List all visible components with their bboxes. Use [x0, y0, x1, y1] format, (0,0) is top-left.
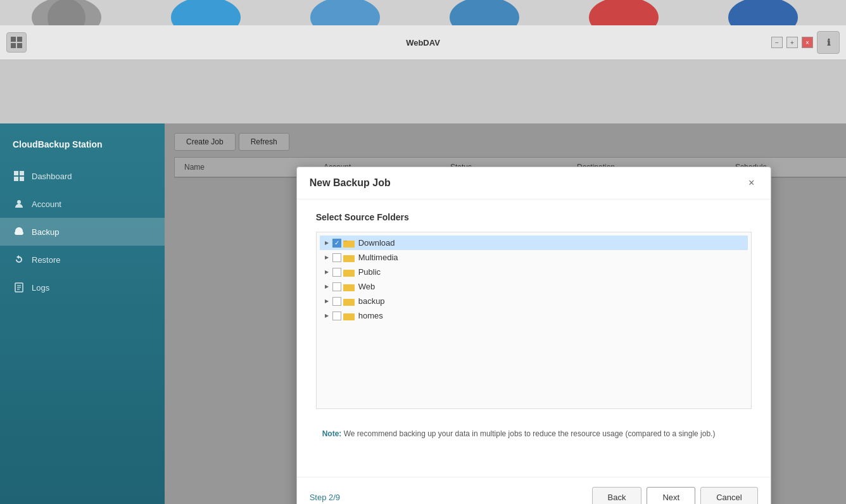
- cancel-button[interactable]: Cancel: [700, 487, 757, 504]
- sidebar-item-backup[interactable]: Backup: [0, 218, 165, 246]
- modal-overlay: New Backup Job × Select Source Folders ▶…: [165, 123, 846, 504]
- sidebar-brand: CloudBackup Station: [0, 130, 165, 162]
- tree-label-homes: homes: [358, 311, 383, 320]
- note-label: Note:: [322, 429, 342, 438]
- sidebar: CloudBackup Station Dashboard Account: [0, 123, 165, 504]
- window-title: WebDAV: [406, 38, 440, 47]
- note-text: We recommend backing up your data in mul…: [344, 429, 716, 438]
- sidebar-item-backup-label: Backup: [32, 227, 59, 237]
- svg-rect-21: [343, 285, 355, 291]
- tree-arrow-web[interactable]: ▶: [323, 283, 331, 291]
- modal-close-button[interactable]: ×: [745, 177, 758, 189]
- sidebar-item-dashboard[interactable]: Dashboard: [0, 162, 165, 190]
- svg-rect-25: [343, 314, 355, 320]
- new-backup-job-modal: New Backup Job × Select Source Folders ▶…: [296, 167, 771, 504]
- sidebar-item-restore-label: Restore: [32, 255, 61, 265]
- note-section: Note: We recommend backing up your data …: [316, 422, 752, 446]
- svg-rect-1: [17, 37, 22, 42]
- tree-arrow-public[interactable]: ▶: [323, 268, 331, 276]
- folder-icon-backup: [343, 297, 355, 306]
- account-icon: [13, 198, 25, 210]
- svg-rect-17: [343, 256, 355, 262]
- sidebar-item-logs[interactable]: Logs: [0, 274, 165, 301]
- tree-item-multimedia[interactable]: ▶ Multimedia: [320, 250, 748, 265]
- svg-rect-7: [20, 177, 24, 181]
- step-label: Step 2/9: [310, 493, 340, 502]
- svg-rect-0: [11, 37, 16, 42]
- window-controls: − + × ℹ: [771, 31, 840, 54]
- tree-label-web: Web: [358, 282, 376, 291]
- tree-checkbox-public[interactable]: [332, 268, 341, 277]
- modal-header: New Backup Job ×: [297, 167, 771, 199]
- folder-icon-public: [343, 268, 355, 277]
- section-title: Select Source Folders: [316, 212, 752, 222]
- tree-checkbox-homes[interactable]: [332, 312, 341, 320]
- back-button[interactable]: Back: [592, 487, 642, 504]
- modal-footer: Step 2/9 Back Next Cancel: [297, 477, 771, 504]
- tree-checkbox-multimedia[interactable]: [332, 253, 341, 262]
- svg-rect-6: [14, 177, 18, 181]
- tree-checkbox-download[interactable]: ✓: [332, 239, 341, 248]
- footer-buttons: Back Next Cancel: [592, 487, 758, 504]
- titlebar: WebDAV − + × ℹ: [0, 25, 846, 60]
- sidebar-item-account[interactable]: Account: [0, 190, 165, 218]
- tree-arrow-download[interactable]: ▶: [323, 239, 331, 247]
- folder-icon-multimedia: [343, 253, 355, 262]
- tree-item-backup[interactable]: ▶ backup: [320, 294, 748, 308]
- minimize-button[interactable]: −: [771, 37, 783, 48]
- folder-icon-homes: [343, 312, 355, 320]
- tree-arrow-multimedia[interactable]: ▶: [323, 254, 331, 261]
- tree-label-download: Download: [358, 238, 395, 248]
- backup-icon: [13, 225, 25, 238]
- dashboard-icon: [13, 170, 25, 182]
- tree-checkbox-web[interactable]: [332, 282, 341, 291]
- folder-tree: ▶ ✓ Download ▶: [316, 232, 752, 409]
- tree-label-backup: backup: [358, 296, 385, 306]
- sidebar-item-restore[interactable]: Restore: [0, 246, 165, 274]
- content-area: Create Job Refresh Name Account Status D…: [165, 123, 846, 504]
- folder-icon-web: [343, 282, 355, 291]
- svg-rect-5: [20, 171, 24, 175]
- svg-rect-3: [17, 43, 22, 48]
- tree-arrow-homes[interactable]: ▶: [323, 312, 331, 320]
- tree-checkbox-backup[interactable]: [332, 297, 341, 306]
- modal-body: Select Source Folders ▶ ✓ D: [297, 199, 771, 477]
- svg-rect-23: [343, 299, 355, 306]
- sidebar-item-logs-label: Logs: [32, 283, 49, 293]
- info-button[interactable]: ℹ: [817, 31, 840, 54]
- svg-rect-4: [14, 171, 18, 175]
- tree-label-public: Public: [358, 267, 381, 277]
- svg-point-8: [17, 200, 21, 204]
- tree-item-download[interactable]: ▶ ✓ Download: [320, 236, 748, 250]
- folder-icon-download: [343, 239, 355, 248]
- svg-rect-15: [343, 241, 355, 248]
- tree-item-homes[interactable]: ▶ homes: [320, 308, 748, 323]
- modal-title: New Backup Job: [310, 177, 391, 189]
- next-button[interactable]: Next: [647, 487, 695, 504]
- tree-item-public[interactable]: ▶ Public: [320, 265, 748, 279]
- svg-rect-19: [343, 270, 355, 277]
- restore-icon: [13, 253, 25, 266]
- svg-rect-2: [11, 43, 16, 48]
- tree-item-web[interactable]: ▶ Web: [320, 279, 748, 294]
- sidebar-item-dashboard-label: Dashboard: [32, 172, 72, 181]
- sidebar-item-account-label: Account: [32, 199, 61, 209]
- app-icon: [6, 32, 27, 53]
- maximize-button[interactable]: +: [786, 37, 798, 48]
- tree-label-multimedia: Multimedia: [358, 253, 398, 262]
- close-button[interactable]: ×: [802, 37, 813, 48]
- tree-arrow-backup[interactable]: ▶: [323, 298, 331, 305]
- logs-icon: [13, 281, 25, 294]
